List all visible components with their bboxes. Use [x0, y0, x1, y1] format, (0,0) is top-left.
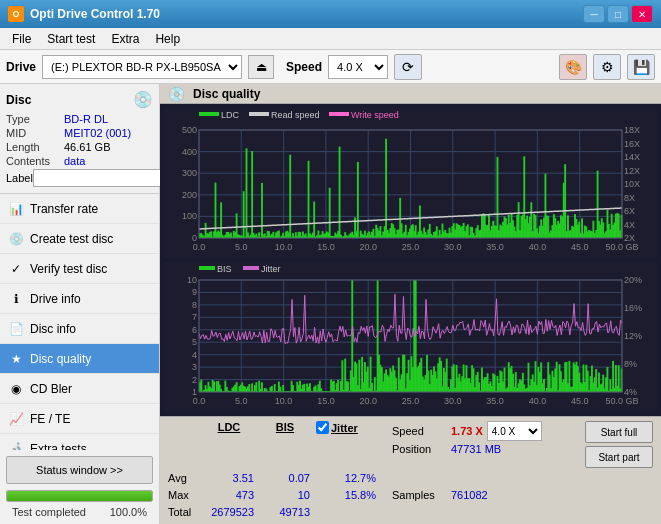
position-label: Position [392, 443, 447, 455]
sidebar-item-transfer-rate-label: Transfer rate [30, 202, 98, 216]
transfer-rate-icon: 📊 [8, 201, 24, 217]
ldc-max: 473 [204, 487, 254, 503]
sidebar-item-fe-te[interactable]: 📈 FE / TE [0, 404, 159, 434]
extra-tests-icon: 🔬 [8, 441, 24, 451]
bottom-chart [164, 262, 657, 412]
status-progress-bar [6, 490, 153, 502]
app-icon: O [8, 6, 24, 22]
status-text: Test completed [12, 506, 86, 518]
eject-button[interactable]: ⏏ [248, 55, 274, 79]
speed-dropdown[interactable]: 4.0 X [487, 421, 542, 441]
ldc-avg: 3.51 [204, 470, 254, 486]
disc-icon: 💿 [133, 90, 153, 109]
menu-file[interactable]: File [4, 30, 39, 48]
maximize-button[interactable]: □ [607, 5, 629, 23]
title-bar: O Opti Drive Control 1.70 ─ □ ✕ [0, 0, 661, 28]
cd-bler-icon: ◉ [8, 381, 24, 397]
status-window-button[interactable]: Status window >> [6, 456, 153, 484]
verify-test-disc-icon: ✓ [8, 261, 24, 277]
disc-header-label: Disc [6, 93, 31, 107]
contents-value: data [64, 155, 153, 167]
drive-info-icon: ℹ [8, 291, 24, 307]
sidebar-item-cd-bler[interactable]: ◉ CD Bler [0, 374, 159, 404]
bis-avg: 0.07 [260, 470, 310, 486]
fe-te-icon: 📈 [8, 411, 24, 427]
color-button[interactable]: 🎨 [559, 54, 587, 80]
refresh-button[interactable]: ⟳ [394, 54, 422, 80]
sidebar-item-disc-quality-label: Disc quality [30, 352, 91, 366]
bis-total: 49713 [260, 504, 310, 520]
samples-value: 761082 [451, 489, 488, 501]
max-label: Max [168, 487, 198, 503]
action-buttons: Start full Start part [585, 421, 653, 468]
type-value: BD-R DL [64, 113, 153, 125]
jitter-col-header: Jitter [316, 421, 376, 434]
disc-panel: Disc 💿 Type BD-R DL MID MEIT02 (001) Len… [0, 84, 159, 194]
close-button[interactable]: ✕ [631, 5, 653, 23]
sidebar-item-create-test-disc[interactable]: 💿 Create test disc [0, 224, 159, 254]
ldc-total: 2679523 [204, 504, 254, 520]
menu-start-test[interactable]: Start test [39, 30, 103, 48]
stats-panel: LDC BIS Jitter [160, 416, 661, 524]
progress-label: 100.0% [110, 506, 147, 518]
speed-selector[interactable]: 4.0 X 2.0 X 1.0 X [328, 55, 388, 79]
sidebar-item-transfer-rate[interactable]: 📊 Transfer rate [0, 194, 159, 224]
sidebar-item-drive-info[interactable]: ℹ Drive info [0, 284, 159, 314]
sidebar-item-disc-info[interactable]: 📄 Disc info [0, 314, 159, 344]
content-area: 💿 Disc quality LDC [160, 84, 661, 524]
toolbar: Drive (E:) PLEXTOR BD-R PX-LB950SA 1.06 … [0, 50, 661, 84]
main-layout: Disc 💿 Type BD-R DL MID MEIT02 (001) Len… [0, 84, 661, 524]
create-test-disc-icon: 💿 [8, 231, 24, 247]
menu-bar: File Start test Extra Help [0, 28, 661, 50]
disc-info-icon: 📄 [8, 321, 24, 337]
drive-selector[interactable]: (E:) PLEXTOR BD-R PX-LB950SA 1.06 [42, 55, 242, 79]
total-label: Total [168, 504, 198, 520]
sidebar-item-disc-quality[interactable]: ★ Disc quality [0, 344, 159, 374]
disc-quality-icon: ★ [8, 351, 24, 367]
save-button[interactable]: 💾 [627, 54, 655, 80]
sidebar-item-extra-tests[interactable]: 🔬 Extra tests [0, 434, 159, 450]
avg-label: Avg [168, 470, 198, 486]
sidebar-item-create-test-disc-label: Create test disc [30, 232, 113, 246]
length-key: Length [6, 141, 64, 153]
chart-title: Disc quality [193, 87, 260, 101]
mid-value: MEIT02 (001) [64, 127, 153, 139]
progress-fill [7, 491, 152, 501]
sidebar-item-drive-info-label: Drive info [30, 292, 81, 306]
bis-col-header: BIS [260, 421, 310, 433]
sidebar-item-verify-test-disc-label: Verify test disc [30, 262, 107, 276]
app-title: Opti Drive Control 1.70 [30, 7, 160, 21]
sidebar: Disc 💿 Type BD-R DL MID MEIT02 (001) Len… [0, 84, 160, 524]
bottom-chart-canvas [164, 262, 657, 412]
speed-value: 1.73 X [451, 425, 483, 437]
minimize-button[interactable]: ─ [583, 5, 605, 23]
samples-label: Samples [392, 489, 447, 501]
sidebar-item-fe-te-label: FE / TE [30, 412, 70, 426]
status-section: Status window >> Test completed 100.0% [0, 450, 159, 524]
contents-key: Contents [6, 155, 64, 167]
sidebar-item-extra-tests-label: Extra tests [30, 442, 87, 451]
label-key: Label [6, 172, 33, 184]
speed-label: Speed [286, 60, 322, 74]
chart-header: 💿 Disc quality [160, 84, 661, 104]
length-value: 46.61 GB [64, 141, 153, 153]
settings-button[interactable]: ⚙ [593, 54, 621, 80]
charts-container [160, 104, 661, 416]
jitter-max: 15.8% [316, 487, 376, 503]
sidebar-item-verify-test-disc[interactable]: ✓ Verify test disc [0, 254, 159, 284]
sidebar-item-disc-info-label: Disc info [30, 322, 76, 336]
jitter-checkbox[interactable] [316, 421, 329, 434]
sidebar-item-cd-bler-label: CD Bler [30, 382, 72, 396]
top-chart [164, 108, 657, 258]
start-part-button[interactable]: Start part [585, 446, 653, 468]
menu-help[interactable]: Help [147, 30, 188, 48]
jitter-label: Jitter [331, 422, 358, 434]
jitter-total [316, 504, 376, 520]
label-input[interactable] [33, 169, 166, 187]
window-controls: ─ □ ✕ [583, 5, 653, 23]
menu-extra[interactable]: Extra [103, 30, 147, 48]
mid-key: MID [6, 127, 64, 139]
bis-max: 10 [260, 487, 310, 503]
start-full-button[interactable]: Start full [585, 421, 653, 443]
ldc-col-header: LDC [204, 421, 254, 433]
